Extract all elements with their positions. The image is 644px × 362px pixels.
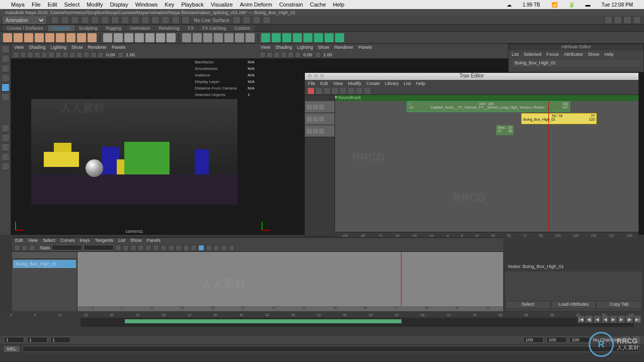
combine-icon[interactable] (103, 33, 112, 42)
ge-graph-area[interactable]: -6210 182634 425058 667482 9098 (77, 252, 503, 311)
layout-icon-2[interactable] (614, 16, 622, 24)
playback-start-field[interactable] (27, 337, 47, 343)
poly-cube-icon[interactable] (14, 33, 23, 42)
vp-left-canvas[interactable]: Backfaces:N/A Smoothness:N/A Instance:N/… (11, 59, 258, 235)
goto-start-icon[interactable]: |◀ (578, 316, 585, 323)
extrude-icon[interactable] (167, 33, 176, 42)
audio-clip-3[interactable]: Swo...15 2138 (496, 125, 514, 135)
layout-icon-3[interactable] (623, 16, 631, 24)
ge-outliner-item[interactable]: Boing_Box_High_01 (13, 260, 76, 268)
flag-icon[interactable]: ▬ (586, 2, 591, 8)
open-scene-icon[interactable] (61, 16, 69, 24)
trax-track-3[interactable] (305, 125, 335, 137)
vp2-lock-icon[interactable] (267, 52, 273, 58)
vp2-exp-icon[interactable] (315, 52, 321, 58)
snap-curve-icon[interactable] (111, 16, 119, 24)
ipr-icon[interactable] (172, 16, 180, 24)
range-slider-track[interactable] (80, 318, 634, 327)
ge-break-icon[interactable] (168, 245, 174, 251)
trax-frame-icon[interactable] (340, 88, 346, 94)
vp2-wire-icon[interactable] (281, 52, 287, 58)
shelf-tab-fx[interactable]: FX (184, 25, 198, 31)
sculpt-icon-6[interactable] (314, 33, 323, 42)
vp-select-cam-icon[interactable] (13, 52, 19, 58)
snap-grid-icon[interactable] (101, 16, 109, 24)
trax-track-2[interactable] (305, 113, 335, 125)
mac-app-name[interactable]: Maya (11, 2, 25, 8)
vp-gate-icon[interactable] (48, 52, 54, 58)
undo-icon[interactable] (81, 16, 89, 24)
trax-ungroup-icon[interactable] (364, 88, 370, 94)
scale-tool-icon[interactable] (2, 83, 10, 92)
poly-sphere-icon[interactable] (3, 33, 12, 42)
ge-clamped-icon[interactable] (130, 245, 136, 251)
shelf-tab-fxcaching[interactable]: FX Caching (198, 25, 230, 31)
vp-lock-icon[interactable] (20, 52, 26, 58)
sculpt-icon-5[interactable] (303, 33, 312, 42)
command-input[interactable] (23, 346, 640, 352)
detach-icon[interactable] (235, 33, 244, 42)
vp-wire-icon[interactable] (55, 52, 61, 58)
ge-stepped-icon[interactable] (138, 245, 144, 251)
vp-shaded-icon[interactable] (62, 52, 68, 58)
ge-spline-icon[interactable] (115, 245, 121, 251)
trax-paste-icon[interactable] (332, 88, 338, 94)
layout-persp-icon[interactable] (2, 153, 10, 161)
save-scene-icon[interactable] (71, 16, 79, 24)
ge-unify-icon[interactable] (176, 245, 182, 251)
shelf-tab-sculpting[interactable]: Sculpting (75, 25, 102, 31)
vp-grid-icon[interactable] (41, 52, 47, 58)
lasso-tool-icon[interactable] (2, 55, 10, 63)
time-slider[interactable]: 4812 162024 283236 404448 525660 646872 … (0, 312, 644, 335)
trax-group-icon[interactable] (356, 88, 362, 94)
bevel-icon[interactable] (203, 33, 212, 42)
shelf-tab-rigging[interactable]: Rigging (102, 25, 126, 31)
copy-tab-button[interactable]: Copy Tab (596, 301, 642, 309)
sym-y-icon[interactable] (243, 16, 251, 24)
step-back-key-icon[interactable]: ◀| (586, 316, 593, 323)
trax-timeline[interactable]: Soundtrack 1169 / 169168 -41Captain_Audi… (335, 95, 638, 229)
ge-insert-key-icon[interactable] (22, 245, 28, 251)
load-attributes-button[interactable]: Load Attributes (551, 301, 597, 309)
shelf-tab-polygons[interactable]: Polygons (48, 25, 74, 31)
select-button[interactable]: Select (505, 301, 551, 309)
poly-prism-icon[interactable] (66, 33, 75, 42)
trax-track-1[interactable] (305, 101, 335, 113)
layout-icon-4[interactable] (633, 16, 641, 24)
bridge-icon[interactable] (182, 33, 191, 42)
workspace-selector[interactable]: Animation (3, 17, 46, 24)
ge-stats-field-2[interactable] (84, 245, 114, 250)
playback-end-field[interactable] (523, 337, 543, 343)
audio-clip-1[interactable]: 1169 / 169168 -41Captain_Audio__TV_Carto… (407, 101, 570, 112)
rotate-tool-icon[interactable] (2, 74, 10, 82)
wifi-icon[interactable]: 📶 (551, 2, 557, 8)
ge-swap-icon[interactable] (206, 245, 212, 251)
poly-cylinder-icon[interactable] (24, 33, 33, 42)
history-icon[interactable] (151, 16, 159, 24)
sym-x-icon[interactable] (232, 16, 240, 24)
last-tool-icon[interactable] (2, 93, 10, 101)
collapse-icon[interactable] (214, 33, 223, 42)
audio-clip-2[interactable]: 78 / 7877 Boing_Box_High_01123 (521, 113, 597, 124)
playback-start-field-2[interactable] (50, 337, 70, 343)
minimize-icon[interactable] (314, 74, 318, 78)
layout-icon-1[interactable] (604, 16, 612, 24)
boolean-icon[interactable] (135, 33, 144, 42)
mirror-icon[interactable] (156, 33, 165, 42)
step-forward-key-icon[interactable]: |▶ (626, 316, 633, 323)
separate-icon[interactable] (114, 33, 123, 42)
ge-outliner[interactable]: Boing_Box_High_01 (12, 252, 77, 311)
layout-single-icon[interactable] (2, 124, 10, 132)
ge-lock-icon[interactable] (191, 245, 197, 251)
sculpt-icon-2[interactable] (272, 33, 281, 42)
smooth-icon[interactable] (124, 33, 133, 42)
vp2-shaded-icon[interactable] (288, 52, 294, 58)
poly-pyramid-icon[interactable] (77, 33, 86, 42)
vp-isolate-icon[interactable] (98, 52, 104, 58)
sculpt-icon-4[interactable] (293, 33, 302, 42)
range-slider-bar[interactable] (125, 319, 401, 323)
attr-node-name[interactable]: Boing_Box_High_01 (512, 60, 640, 67)
step-back-icon[interactable]: ◀ (594, 316, 601, 323)
sculpt-icon-3[interactable] (282, 33, 291, 42)
vp-bookmark-icon[interactable] (27, 52, 33, 58)
